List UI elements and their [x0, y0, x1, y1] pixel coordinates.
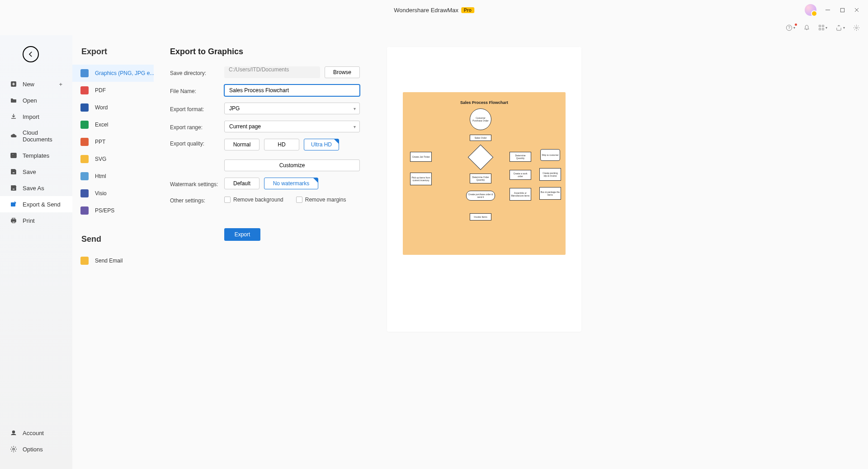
quality-ultra-hd-button[interactable]: Ultra HD	[304, 139, 339, 150]
export-format-select[interactable]: JPG	[224, 103, 360, 114]
sidebar-item-account[interactable]: Account	[0, 425, 72, 441]
preview-node: Sales Order	[470, 135, 491, 141]
quality-customize-button[interactable]: Customize	[224, 159, 360, 171]
sidebar-item-label: Templates	[23, 152, 49, 159]
app-title: Wondershare EdrawMax Pro	[394, 7, 474, 14]
sidebar-item-label: Import	[23, 113, 39, 120]
preview-image: Sales Process Flowchart Customer Purchas…	[403, 92, 566, 255]
help-icon[interactable]: ?▾	[786, 24, 795, 31]
save-directory-field: C:/Users/ITD/Documents	[224, 66, 320, 78]
svg-rect-1	[840, 8, 844, 12]
sidebar-item-label: Options	[23, 446, 43, 453]
export-type-label: Graphics (PNG, JPG e...	[95, 70, 154, 76]
file-name-input[interactable]	[224, 84, 360, 96]
label-export-range: Export range:	[170, 122, 224, 131]
file-type-icon	[80, 138, 89, 146]
toolbar-row: ?▾ ▾ ▾	[0, 20, 868, 35]
svg-rect-6	[819, 25, 821, 27]
export-type-label: PS/EPS	[95, 207, 114, 214]
export-button[interactable]: Export	[224, 228, 260, 241]
svg-rect-15	[12, 188, 15, 190]
file-type-icon	[80, 189, 89, 197]
quality-normal-button[interactable]: Normal	[224, 139, 259, 150]
preview-node: Create Job Ticket	[410, 152, 432, 162]
export-type-pdf[interactable]: PDF	[72, 82, 154, 99]
preview-node	[468, 145, 494, 170]
svg-point-10	[856, 27, 858, 28]
settings-gear-icon[interactable]	[853, 24, 860, 31]
quality-hd-button[interactable]: HD	[264, 139, 299, 150]
sidebar-item-save[interactable]: Save	[0, 164, 72, 180]
label-save-directory: Save directory:	[170, 68, 224, 76]
export-section-title: Export	[72, 47, 154, 65]
export-icon	[10, 201, 17, 208]
pro-badge: Pro	[461, 7, 474, 13]
sidebar-item-import[interactable]: Import	[0, 108, 72, 125]
browse-button[interactable]: Browse	[325, 66, 360, 78]
remove-background-checkbox[interactable]: Remove background	[224, 197, 283, 203]
file-type-icon	[80, 257, 89, 265]
preview-title: Sales Process Flowchart	[403, 100, 566, 105]
sidebar-item-print[interactable]: Print	[0, 212, 72, 229]
svg-rect-8	[819, 28, 821, 30]
close-button[interactable]	[854, 7, 860, 13]
remove-background-label: Remove background	[233, 197, 283, 203]
svg-point-21	[13, 448, 14, 450]
export-type-html[interactable]: Html	[72, 168, 154, 185]
app-title-text: Wondershare EdrawMax	[394, 7, 458, 14]
watermark-default-button[interactable]: Default	[224, 178, 259, 189]
maximize-button[interactable]	[839, 7, 845, 13]
export-type-label: SVG	[95, 156, 106, 162]
page-title: Export to Graphics	[170, 47, 360, 56]
sidebar-item-export-send[interactable]: Export & Send	[0, 196, 72, 212]
sidebar-item-label: Save As	[23, 185, 44, 192]
export-type-svg[interactable]: SVG	[72, 150, 154, 168]
qr-icon[interactable]: ▾	[818, 24, 827, 31]
preview-node: Create a work order	[509, 170, 531, 180]
sidebar-item-label: Account	[23, 430, 44, 436]
preview-node: Assemble or Manufacture items	[509, 188, 531, 201]
print-icon	[10, 217, 17, 224]
export-range-select[interactable]: Current page	[224, 121, 360, 132]
bell-icon[interactable]	[803, 24, 810, 31]
preview-panel: Sales Process Flowchart Customer Purchas…	[387, 47, 581, 332]
export-type-graphics-png-jpg-e-[interactable]: Graphics (PNG, JPG e...	[72, 65, 154, 82]
sidebar-item-open[interactable]: Open	[0, 92, 72, 108]
preview-node: Create purchase order & send it	[466, 191, 495, 201]
preview-node: Pick up items from current inventory	[410, 173, 432, 185]
plus-icon[interactable]: +	[59, 81, 62, 88]
export-type-label: PDF	[95, 87, 106, 94]
file-type-icon	[80, 103, 89, 112]
gear-icon	[10, 446, 17, 453]
preview-node: Box & package the items	[539, 187, 561, 200]
avatar-icon[interactable]	[805, 4, 816, 16]
label-other-settings: Other settings:	[170, 196, 224, 204]
content-area: Export to Graphics Save directory: C:/Us…	[154, 35, 868, 469]
sidebar-item-templates[interactable]: Templates	[0, 147, 72, 164]
export-type-send-email[interactable]: Send Email	[72, 252, 154, 269]
preview-node: Create packing slip & invoice	[539, 168, 561, 181]
export-type-excel[interactable]: Excel	[72, 116, 154, 133]
svg-text:?: ?	[788, 25, 790, 30]
export-type-ps-eps[interactable]: PS/EPS	[72, 202, 154, 219]
svg-rect-14	[12, 172, 15, 174]
remove-margins-checkbox[interactable]: Remove margins	[296, 197, 346, 203]
save-icon	[10, 168, 17, 175]
cloud-icon	[10, 132, 17, 140]
sidebar-item-save-as[interactable]: Save As	[0, 180, 72, 196]
export-type-label: Html	[95, 173, 106, 179]
preview-node: Ship to customer	[540, 149, 560, 161]
sidebar-item-new[interactable]: New+	[0, 76, 72, 92]
back-button[interactable]	[23, 46, 39, 62]
svg-rect-9	[822, 28, 824, 30]
sidebar-item-options[interactable]: Options	[0, 441, 72, 457]
sidebar-item-cloud-documents[interactable]: Cloud Documents	[0, 125, 72, 147]
export-type-ppt[interactable]: PPT	[72, 133, 154, 150]
export-type-visio[interactable]: Visio	[72, 185, 154, 202]
export-type-word[interactable]: Word	[72, 99, 154, 116]
share-icon[interactable]: ▾	[835, 24, 845, 31]
svg-rect-19	[12, 221, 15, 223]
watermark-none-button[interactable]: No watermarks	[264, 178, 318, 189]
export-type-label: Send Email	[95, 258, 123, 264]
minimize-button[interactable]	[825, 7, 831, 13]
